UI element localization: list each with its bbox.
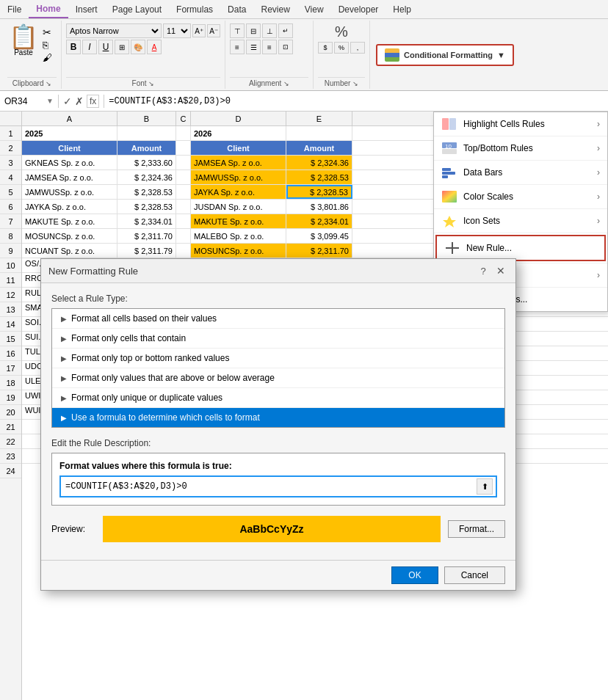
fill-color-btn[interactable]: 🎨 xyxy=(131,40,145,54)
wrap-text-btn[interactable]: ↵ xyxy=(278,23,293,38)
align-center-btn[interactable]: ☰ xyxy=(246,40,261,54)
cell-C5[interactable] xyxy=(176,185,191,199)
cancel-button[interactable]: Cancel xyxy=(444,566,505,584)
align-top-btn[interactable]: ⊤ xyxy=(230,23,245,38)
format-button[interactable]: Format... xyxy=(448,520,505,538)
border-btn[interactable]: ⊞ xyxy=(115,40,129,54)
cell-B7[interactable]: $ 2,334.01 xyxy=(117,214,176,228)
cut-button[interactable]: ✂ xyxy=(43,26,52,38)
dialog-close-button[interactable]: ✕ xyxy=(493,263,508,278)
cell-B5[interactable]: $ 2,328.53 xyxy=(117,185,176,199)
cell-C7[interactable] xyxy=(176,214,191,228)
cell-B2[interactable]: Amount xyxy=(117,141,176,155)
copy-button[interactable]: ⎘ xyxy=(43,40,52,51)
align-right-btn[interactable]: ≡ xyxy=(262,40,277,54)
dropdown-item-newrule[interactable]: New Rule... xyxy=(435,235,606,261)
dropdown-item-iconsets[interactable]: Icon Sets › xyxy=(434,209,607,233)
cell-C9[interactable] xyxy=(176,244,191,258)
cell-B3[interactable]: $ 2,333.60 xyxy=(117,156,176,169)
cell-D8[interactable]: MALEBO Sp. z o.o. xyxy=(191,229,286,243)
menu-data[interactable]: Data xyxy=(220,1,253,18)
cell-D6[interactable]: JUSDAN Sp. z o.o. xyxy=(191,200,286,214)
cell-D7[interactable]: MAKUTE Sp. z o.o. xyxy=(191,214,286,228)
rule-item-unique-duplicate[interactable]: ▶ Format only unique or duplicate values xyxy=(52,388,504,408)
cell-C2[interactable] xyxy=(176,141,191,155)
cell-A4[interactable]: JAMSEA Sp. z o.o. xyxy=(22,170,117,184)
menu-insert[interactable]: Insert xyxy=(68,1,105,18)
menu-view[interactable]: View xyxy=(297,1,331,18)
cell-A3[interactable]: GKNEAS Sp. z o.o. xyxy=(22,156,117,169)
conditional-formatting-button[interactable]: Conditional Formatting ▼ xyxy=(376,44,514,66)
italic-btn[interactable]: I xyxy=(82,40,97,54)
cell-E2[interactable]: Amount xyxy=(286,141,352,155)
accounting-btn[interactable]: $ xyxy=(318,42,333,54)
align-middle-btn[interactable]: ⊟ xyxy=(246,23,261,38)
menu-pagelayout[interactable]: Page Layout xyxy=(105,1,169,18)
cell-E6[interactable]: $ 3,801.86 xyxy=(286,200,352,214)
rule-item-top-bottom[interactable]: ▶ Format only top or bottom ranked value… xyxy=(52,349,504,368)
bold-btn[interactable]: B xyxy=(66,40,81,54)
cell-A9[interactable]: NCUANT Sp. z o.o. xyxy=(22,244,117,258)
cell-E7[interactable]: $ 2,334.01 xyxy=(286,214,352,228)
cell-D4[interactable]: JAMWUSSp. z o.o. xyxy=(191,170,286,184)
cell-A2[interactable]: Client xyxy=(22,141,117,155)
cell-A5[interactable]: JAMWUSSp. z o.o. xyxy=(22,185,117,199)
underline-btn[interactable]: U xyxy=(98,40,113,54)
menu-formulas[interactable]: Formulas xyxy=(169,1,220,18)
cell-D5[interactable]: JAYKA Sp. z o.o. xyxy=(191,185,286,199)
dialog-help-button[interactable]: ? xyxy=(476,263,491,278)
rule-item-use-formula[interactable]: ▶ Use a formula to determine which cells… xyxy=(52,408,504,427)
cell-B4[interactable]: $ 2,324.36 xyxy=(117,170,176,184)
cell-E3[interactable]: $ 2,324.36 xyxy=(286,156,352,169)
rule-item-all-cells[interactable]: ▶ Format all cells based on their values xyxy=(52,309,504,329)
cell-C4[interactable] xyxy=(176,170,191,184)
cell-B8[interactable]: $ 2,311.70 xyxy=(117,229,176,243)
rule-item-cells-contain[interactable]: ▶ Format only cells that contain xyxy=(52,329,504,349)
cell-reference[interactable]: OR34 ▼ xyxy=(0,95,59,108)
dropdown-item-databars[interactable]: Data Bars › xyxy=(434,161,607,185)
cell-E8[interactable]: $ 3,099.45 xyxy=(286,229,352,243)
formula-check-icon[interactable]: ✓ xyxy=(63,95,72,107)
comma-btn[interactable]: , xyxy=(350,42,365,54)
formula-insert-icon[interactable]: fx xyxy=(87,95,99,108)
font-size-select[interactable]: 11 xyxy=(163,23,191,38)
dropdown-item-colorscales[interactable]: Color Scales › xyxy=(434,185,607,209)
font-name-select[interactable]: Aptos Narrow xyxy=(66,23,162,38)
cell-D2[interactable]: Client xyxy=(191,141,286,155)
cell-B9[interactable]: $ 2,311.79 xyxy=(117,244,176,258)
cell-E5[interactable]: $ 2,328.53 xyxy=(286,185,352,199)
font-color-btn[interactable]: A xyxy=(147,40,162,54)
cell-E1[interactable] xyxy=(286,126,352,140)
cell-E4[interactable]: $ 2,328.53 xyxy=(286,170,352,184)
cell-C3[interactable] xyxy=(176,156,191,169)
cell-E9[interactable]: $ 2,311.70 xyxy=(286,244,352,258)
rule-item-above-below[interactable]: ▶ Format only values that are above or b… xyxy=(52,368,504,388)
cell-B1[interactable] xyxy=(117,126,176,140)
formula-upload-button[interactable]: ⬆ xyxy=(477,478,493,495)
percent-btn[interactable]: % xyxy=(334,42,349,54)
cell-D1[interactable]: 2026 xyxy=(191,126,286,140)
cell-C8[interactable] xyxy=(176,229,191,243)
decrease-font-btn[interactable]: A⁻ xyxy=(207,24,220,37)
cell-B6[interactable]: $ 2,328.53 xyxy=(117,200,176,214)
cell-C1[interactable] xyxy=(176,126,191,140)
ok-button[interactable]: OK xyxy=(391,566,438,584)
menu-file[interactable]: File xyxy=(0,1,29,18)
menu-help[interactable]: Help xyxy=(386,1,419,18)
formula-cross-icon[interactable]: ✗ xyxy=(75,95,84,107)
increase-font-btn[interactable]: A⁺ xyxy=(192,24,206,37)
cell-D3[interactable]: JAMSEA Sp. z o.o. xyxy=(191,156,286,169)
align-left-btn[interactable]: ≡ xyxy=(230,40,245,54)
merge-btn[interactable]: ⊡ xyxy=(278,40,293,54)
menu-developer[interactable]: Developer xyxy=(331,1,386,18)
menu-review[interactable]: Review xyxy=(253,1,297,18)
cell-D9[interactable]: MOSUNCSp. z o.o. xyxy=(191,244,286,258)
format-painter-button[interactable]: 🖌 xyxy=(43,52,52,63)
formula-dialog-input[interactable] xyxy=(64,480,477,493)
cell-A8[interactable]: MOSUNCSp. z o.o. xyxy=(22,229,117,243)
formula-bar-input[interactable] xyxy=(104,95,608,108)
cell-A1[interactable]: 2025 xyxy=(22,126,117,140)
menu-home[interactable]: Home xyxy=(29,1,68,18)
align-bottom-btn[interactable]: ⊥ xyxy=(262,23,277,38)
dropdown-item-topbottom[interactable]: 10 Top/Bottom Rules › xyxy=(434,136,607,161)
